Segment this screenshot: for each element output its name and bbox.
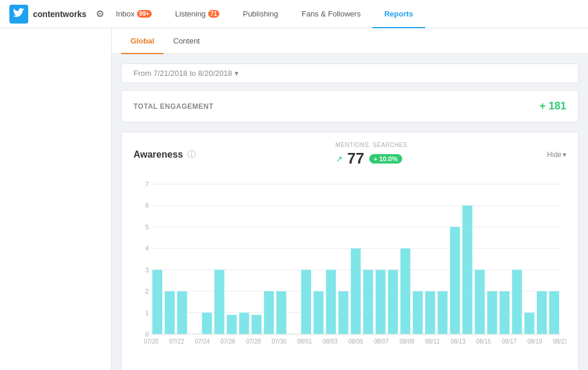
nav-reports[interactable]: Reports [372, 0, 425, 28]
chevron-down-icon: ▾ [563, 151, 566, 159]
hide-button[interactable]: Hide ▾ [547, 151, 566, 159]
date-range-chevron: ▾ [235, 69, 239, 78]
listening-badge: 71 [208, 10, 219, 18]
awareness-stats: ↗ 77 + 10.0% [336, 149, 407, 168]
total-engagement-card: TOTAL ENGAGEMENT + 181 [121, 90, 579, 122]
awareness-card: Awareness ⓘ MENTIONS, SEARCHES ↗ 77 + 10… [121, 132, 579, 370]
date-range-label: From 7/21/2018 to 8/20/2018 [133, 69, 232, 78]
sidebar [0, 28, 112, 370]
engagement-bar: TOTAL ENGAGEMENT + 181 [122, 91, 578, 122]
mentions-searches-label: MENTIONS, SEARCHES [336, 142, 407, 148]
main-content: From 7/21/2018 to 8/20/2018 ▾ TOTAL ENGA… [112, 54, 588, 370]
percent-badge: + 10.0% [369, 154, 403, 164]
chart-area [133, 178, 566, 361]
logo-area: contentworks ⚙ [9, 5, 104, 24]
nav-links: Inbox 99+ Listening 71 Publishing Fans &… [104, 0, 579, 28]
twitter-logo [9, 5, 28, 24]
nav-inbox[interactable]: Inbox 99+ [104, 0, 163, 28]
top-nav: contentworks ⚙ Inbox 99+ Listening 71 Pu… [0, 0, 588, 28]
nav-fans-followers[interactable]: Fans & Followers [290, 0, 372, 28]
nav-listening[interactable]: Listening 71 [163, 0, 231, 28]
inbox-badge: 99+ [137, 10, 152, 18]
trend-arrow-icon: ↗ [336, 154, 343, 164]
engagement-label: TOTAL ENGAGEMENT [133, 102, 213, 111]
info-icon[interactable]: ⓘ [188, 149, 196, 160]
tab-global[interactable]: Global [121, 28, 163, 54]
sub-tabs: Global Content [112, 28, 588, 54]
awareness-left: Awareness ⓘ [133, 149, 196, 160]
gear-icon[interactable]: ⚙ [96, 8, 104, 19]
engagement-value: + 181 [539, 100, 566, 112]
nav-publishing[interactable]: Publishing [231, 0, 290, 28]
tab-content[interactable]: Content [163, 28, 209, 54]
awareness-center: MENTIONS, SEARCHES ↗ 77 + 10.0% [336, 142, 407, 168]
awareness-number: 77 [348, 149, 365, 168]
chart-container [122, 172, 578, 370]
awareness-title: Awareness [133, 149, 183, 160]
awareness-header: Awareness ⓘ MENTIONS, SEARCHES ↗ 77 + 10… [122, 132, 578, 172]
date-range-bar[interactable]: From 7/21/2018 to 8/20/2018 ▾ [121, 64, 579, 83]
brand-name: contentworks [33, 9, 86, 19]
